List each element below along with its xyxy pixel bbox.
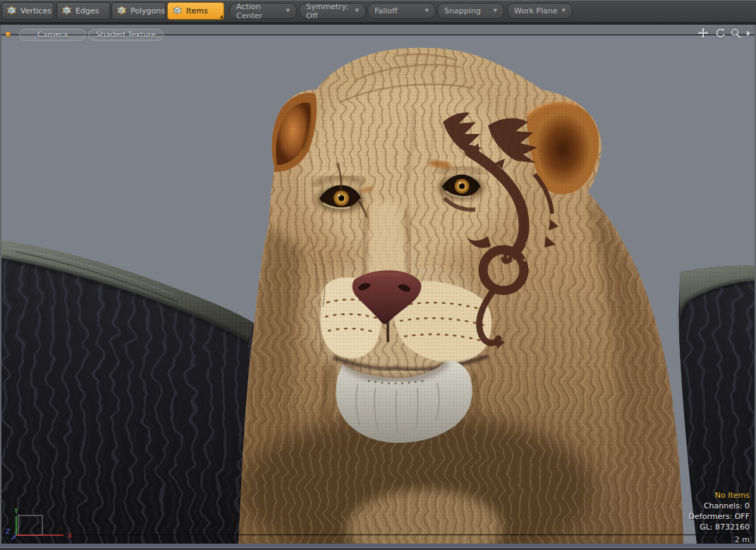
- viewport-nav-controls: [697, 28, 751, 39]
- viewport-active-dot[interactable]: [6, 32, 11, 37]
- cube-icon: [6, 6, 17, 17]
- orbit-icon[interactable]: [714, 28, 725, 39]
- status-gl: GL: 8732160: [689, 522, 750, 532]
- flyout-icon[interactable]: [747, 30, 751, 37]
- status-readout: No Items Channels: 0 Deformers: OFF GL: …: [689, 490, 750, 532]
- status-deformers: Deformers: OFF: [689, 511, 750, 522]
- chevron-down-icon: ▼: [562, 8, 566, 13]
- dropdown-snapping[interactable]: Snapping ▼: [437, 3, 504, 19]
- shading-mode-button[interactable]: Shaded Texture: [88, 29, 164, 41]
- axis-gizmo: Y X Z: [3, 507, 80, 544]
- axis-y-label: Y: [13, 508, 18, 515]
- dropdown-falloff[interactable]: Falloff ▼: [367, 3, 436, 19]
- tab-label: Items: [186, 6, 208, 16]
- dropdown-label: Action Center: [236, 2, 282, 20]
- cube-icon: [172, 6, 183, 17]
- status-channels: Channels: 0: [689, 501, 750, 511]
- axis-z-label: Z: [6, 528, 10, 535]
- zoom-icon[interactable]: [731, 28, 741, 39]
- dropdown-symmetry[interactable]: Symmetry: Off ▼: [299, 3, 366, 19]
- cube-icon: [61, 6, 72, 17]
- dropdown-work-plane[interactable]: Work Plane ▼: [507, 3, 573, 19]
- cube-icon: [116, 6, 127, 17]
- chevron-down-icon: ▼: [355, 8, 359, 13]
- modo-window: Vertices Edges Polygons Items Action Cen…: [0, 0, 756, 550]
- viewport-3d-view[interactable]: [1, 25, 755, 544]
- chevron-down-icon: ▼: [286, 8, 290, 13]
- chevron-down-icon: ▼: [425, 8, 429, 13]
- tab-items[interactable]: Items: [167, 2, 224, 20]
- camera-button[interactable]: Camera: [19, 29, 86, 41]
- tab-polygons[interactable]: Polygons: [111, 2, 166, 20]
- tab-label: Polygons: [130, 6, 165, 16]
- shading-button-label: Shaded Texture: [96, 30, 156, 39]
- viewport: Camera Shaded Texture No Items Channels:…: [1, 25, 755, 544]
- tab-label: Edges: [75, 6, 99, 16]
- status-selection: No Items: [689, 490, 750, 501]
- tab-label: Vertices: [20, 6, 51, 16]
- grid-scale-label: 2 m: [735, 535, 750, 544]
- grid-scale-line: [1, 534, 755, 535]
- dropdown-label: Work Plane: [514, 6, 558, 16]
- dropdown-action-center[interactable]: Action Center ▼: [229, 3, 297, 19]
- work-plane-square: [18, 515, 42, 535]
- pan-icon[interactable]: [697, 28, 709, 39]
- axis-x-label: X: [68, 532, 72, 539]
- chevron-down-icon: ▼: [494, 8, 497, 13]
- dropdown-label: Snapping: [444, 6, 481, 16]
- dropdown-label: Symmetry: Off: [306, 2, 351, 20]
- tab-vertices[interactable]: Vertices: [1, 2, 54, 20]
- dropdown-label: Falloff: [374, 6, 397, 16]
- tab-edges[interactable]: Edges: [56, 2, 110, 20]
- camera-button-label: Camera: [37, 30, 68, 39]
